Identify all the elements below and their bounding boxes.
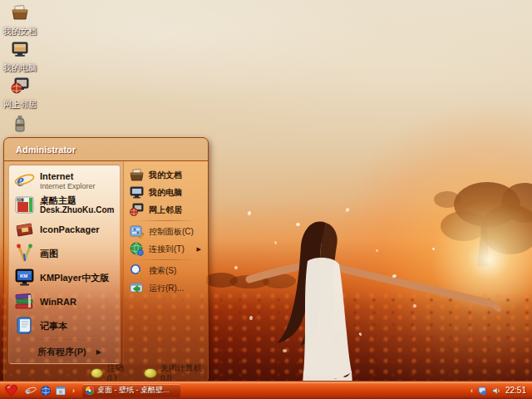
start-menu-footer: 注销(L) 关闭计算机(U) xyxy=(4,365,208,381)
start-button[interactable] xyxy=(0,382,22,399)
menu-item-title: IconPackager xyxy=(40,224,100,234)
desktop-icon-my-documents[interactable]: 我的文档 xyxy=(0,2,40,36)
desktop: 我的文档 我的电脑 网上邻居 Admin xyxy=(0,0,532,399)
desktop-icon-recycle-bin[interactable] xyxy=(0,114,40,138)
shutdown-button[interactable]: 关闭计算机(U) xyxy=(144,362,208,382)
taskbar: e › 桌面 - 壁纸 - 桌酷壁... xyxy=(0,381,532,399)
menu-item-notepad[interactable]: 记事本 xyxy=(12,313,118,337)
zhuoku-theme-icon: ZK xyxy=(14,195,35,215)
start-menu-left-column: e Internet Internet Explorer xyxy=(4,161,123,365)
menu-item-my-computer[interactable]: 我的电脑 xyxy=(129,184,204,201)
menu-item-title: KMPlayer中文版 xyxy=(40,273,109,283)
notepad-icon xyxy=(14,315,35,336)
menu-item-my-documents[interactable]: 我的文档 xyxy=(129,166,204,184)
start-menu-header: Administrator xyxy=(4,138,208,161)
menu-item-label: 搜索(S) xyxy=(149,265,176,277)
menu-item-label: 控制面板(C) xyxy=(149,226,194,238)
menu-item-winrar[interactable]: WinRAR xyxy=(12,289,118,313)
menu-item-title: 记事本 xyxy=(40,321,67,331)
menu-separator xyxy=(19,339,111,340)
svg-text:ZK: ZK xyxy=(17,198,22,202)
menu-item-control-panel[interactable]: 控制面板(C) xyxy=(129,223,204,240)
paint-icon xyxy=(14,243,35,264)
start-menu: Administrator e Internet Internet Explor… xyxy=(3,137,209,382)
internet-explorer-icon[interactable]: e xyxy=(25,385,37,397)
network-places-icon xyxy=(129,202,145,218)
menu-separator xyxy=(135,259,198,260)
menu-item-search[interactable]: 搜索(S) xyxy=(129,262,204,279)
heart-logo-icon xyxy=(3,383,19,397)
my-computer-icon xyxy=(10,39,30,59)
menu-item-kmplayer[interactable]: KM KMPlayer中文版 xyxy=(12,265,118,289)
winrar-icon xyxy=(14,291,35,312)
globe-icon[interactable] xyxy=(40,385,52,397)
menu-item-title: 桌酷主题 xyxy=(40,195,114,205)
kmplayer-icon: KM xyxy=(14,267,35,288)
menu-item-zhuoku-theme[interactable]: ZK 桌酷主题 Desk.ZhuoKu.Com xyxy=(12,193,118,217)
all-programs-label: 所有程序(P) xyxy=(37,346,86,358)
desktop-icon-label: 我的文档 xyxy=(0,27,40,36)
menu-item-network-places[interactable]: 网上邻居 xyxy=(129,201,204,219)
browser-window-icon[interactable] xyxy=(55,385,66,397)
system-tray: ‹ 22:51 xyxy=(470,386,532,396)
taskbar-window-button[interactable]: 桌面 - 壁纸 - 桌酷壁... xyxy=(82,384,180,397)
svg-text:e: e xyxy=(27,386,31,396)
desktop-icon-label: 网上邻居 xyxy=(0,100,40,109)
menu-item-title: Internet xyxy=(40,171,96,181)
desktop-icon-label: 我的电脑 xyxy=(0,63,40,72)
my-documents-icon xyxy=(129,167,145,183)
menu-item-title: 画图 xyxy=(40,249,58,259)
log-off-icon xyxy=(91,368,103,378)
connect-to-icon xyxy=(129,241,145,257)
menu-item-subtitle: Internet Explorer xyxy=(40,181,96,191)
control-panel-icon xyxy=(129,224,145,239)
desktop-icon-network-places[interactable]: 网上邻居 xyxy=(0,76,40,109)
iconpackager-icon xyxy=(14,219,35,239)
user-name: Administrator xyxy=(16,145,76,155)
menu-item-title: WinRAR xyxy=(40,297,76,307)
menu-item-label: 运行(R)... xyxy=(149,283,184,294)
tray-collapse-icon[interactable]: ‹ xyxy=(470,387,473,395)
menu-item-run[interactable]: 运行(R)... xyxy=(129,279,204,297)
quick-launch-expand-icon[interactable]: › xyxy=(72,387,75,395)
shutdown-icon xyxy=(144,368,156,378)
svg-text:e: e xyxy=(17,171,24,190)
log-off-label: 注销(L) xyxy=(106,362,131,382)
log-off-button[interactable]: 注销(L) xyxy=(91,362,131,382)
quick-launch-bar: e › xyxy=(25,385,77,397)
menu-item-iconpackager[interactable]: IconPackager xyxy=(12,217,118,241)
svg-text:KM: KM xyxy=(20,273,27,278)
all-programs-button[interactable]: 所有程序(P) ▶ xyxy=(12,342,118,362)
chevron-right-icon: ▶ xyxy=(197,246,201,253)
menu-item-paint[interactable]: 画图 xyxy=(12,241,118,265)
woman-figure xyxy=(226,198,505,399)
messenger-icon[interactable] xyxy=(477,386,487,396)
menu-item-internet[interactable]: e Internet Internet Explorer xyxy=(12,169,118,193)
menu-item-label: 我的文档 xyxy=(149,170,182,181)
pinwheel-icon xyxy=(86,387,94,395)
my-computer-icon xyxy=(129,185,145,200)
my-documents-icon xyxy=(10,2,30,22)
search-icon xyxy=(129,263,145,278)
menu-item-connect-to[interactable]: 连接到(T) ▶ xyxy=(129,240,204,258)
run-icon xyxy=(129,280,145,296)
menu-item-label: 连接到(T) xyxy=(149,244,185,255)
internet-explorer-icon: e xyxy=(14,170,35,191)
chevron-right-icon: ▶ xyxy=(96,348,101,356)
network-places-icon xyxy=(10,76,30,96)
menu-item-label: 我的电脑 xyxy=(149,187,182,199)
taskbar-window-button-label: 桌面 - 壁纸 - 桌酷壁... xyxy=(97,385,170,396)
recycle-bin-icon xyxy=(10,114,30,134)
volume-icon[interactable] xyxy=(491,386,501,396)
start-menu-right-column: 我的文档 我的电脑 xyxy=(123,161,208,365)
menu-separator xyxy=(135,220,198,221)
desktop-icon-my-computer[interactable]: 我的电脑 xyxy=(0,39,40,72)
taskbar-clock[interactable]: 22:51 xyxy=(505,386,526,395)
shutdown-label: 关闭计算机(U) xyxy=(160,362,208,382)
menu-item-subtitle: Desk.ZhuoKu.Com xyxy=(40,205,114,215)
menu-item-label: 网上邻居 xyxy=(149,204,182,216)
